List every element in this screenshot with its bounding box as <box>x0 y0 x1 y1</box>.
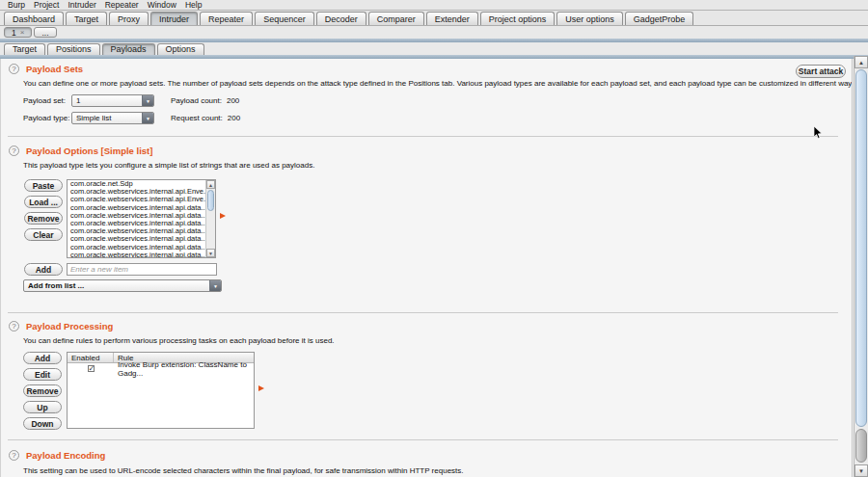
scroll-down-icon[interactable]: ▼ <box>206 249 215 257</box>
section-divider <box>8 439 838 440</box>
payload-list-item[interactable]: com.oracle.webservices.internal.api.Enve… <box>68 196 205 203</box>
payload-list-item[interactable]: com.oracle.webservices.internal.api.data… <box>68 244 205 252</box>
section-divider <box>8 136 838 137</box>
payload-type-label: Payload type: <box>23 114 71 122</box>
menu-item[interactable]: Help <box>181 0 205 10</box>
attack-tab-more[interactable]: ... <box>34 27 56 38</box>
section-divider <box>8 312 838 313</box>
enabled-column-header[interactable]: Enabled <box>68 353 114 362</box>
payload-list-button[interactable]: Clear <box>24 228 63 241</box>
payload-list-button[interactable]: Remove <box>24 212 63 225</box>
payload-set-value: 1 <box>76 96 80 105</box>
scrollbar-track-end <box>855 429 867 463</box>
processing-rule-button[interactable]: Up <box>23 401 62 413</box>
payload-list-item[interactable]: com.oracle.webservices.internal.api.data… <box>68 252 205 257</box>
scrollbar-thumb[interactable] <box>855 69 867 427</box>
main-tab[interactable]: Dashboard <box>4 12 64 25</box>
chevron-down-icon[interactable]: ▼ <box>142 113 153 123</box>
menu-item[interactable]: Intruder <box>64 0 99 10</box>
processing-rule-button[interactable]: Edit <box>23 368 62 381</box>
scrollbar-thumb[interactable] <box>207 190 214 211</box>
processing-rule-button[interactable]: Add <box>23 352 62 364</box>
payload-count-label: Payload count: <box>171 96 222 105</box>
payload-sets-header: ? Payload Sets <box>9 64 83 74</box>
main-tab-bar: DashboardTargetProxyIntruderRepeaterSequ… <box>0 11 868 26</box>
menu-item[interactable]: Project <box>30 0 63 10</box>
chevron-down-icon[interactable]: ▼ <box>142 95 153 106</box>
payloads-panel: Start attack ? Payload Sets You can defi… <box>0 59 853 477</box>
payload-list-item[interactable]: com.oracle.webservices.internal.api.data… <box>68 227 205 235</box>
help-icon[interactable]: ? <box>9 64 19 74</box>
orange-arrow-marker <box>220 213 226 219</box>
payload-type-value: Simple list <box>76 114 111 122</box>
menu-item[interactable]: Repeater <box>101 0 143 10</box>
help-icon[interactable]: ? <box>9 146 19 156</box>
request-count-value: 200 <box>228 114 240 122</box>
payload-type-select[interactable]: Simple list ▼ <box>71 112 154 124</box>
section-title: Payload Processing <box>26 321 113 331</box>
payload-list-item[interactable]: com.oracle.webservices.internal.api.data… <box>68 212 205 220</box>
intruder-sub-tab[interactable]: Positions <box>47 43 100 55</box>
chevron-down-icon[interactable]: ▼ <box>209 280 221 291</box>
scroll-down-icon[interactable]: ▼ <box>854 464 868 477</box>
main-tab[interactable]: Decoder <box>316 12 366 25</box>
attack-tab-1[interactable]: 1 × <box>4 27 32 38</box>
attack-tab-bar: 1 × ... <box>0 26 868 39</box>
payload-type-row: Payload type: Simple list ▼ Request coun… <box>23 112 240 124</box>
add-from-list-label: Add from list ... <box>28 281 84 290</box>
payload-list-item[interactable]: com.oracle.net.Sdp <box>68 180 205 188</box>
scroll-up-icon[interactable]: ▲ <box>854 56 868 68</box>
attack-tab-label: 1 <box>12 28 16 38</box>
payload-options-buttons: PasteLoad ...RemoveClear <box>24 179 63 241</box>
processing-rule-button[interactable]: Remove <box>23 384 62 397</box>
payload-list-item[interactable]: com.oracle.webservices.internal.api.data… <box>68 204 205 212</box>
menubar: BurpProjectIntruderRepeaterWindowHelp <box>0 0 868 11</box>
menu-item[interactable]: Window <box>144 0 180 10</box>
payload-set-select[interactable]: 1 ▼ <box>71 94 154 107</box>
payload-list-item[interactable]: com.oracle.webservices.internal.api.data… <box>68 220 205 227</box>
close-icon[interactable]: × <box>20 28 25 38</box>
intruder-sub-tab[interactable]: Payloads <box>102 43 155 55</box>
table-row[interactable]: Invoke Burp extension: ClassName to Gadg… <box>68 363 254 374</box>
main-tab[interactable]: Sequencer <box>255 12 314 25</box>
processing-buttons: AddEditRemoveUpDown <box>23 352 62 430</box>
payload-list-item[interactable]: com.oracle.webservices.internal.api.Enve… <box>68 188 205 196</box>
main-tab[interactable]: User options <box>556 12 623 25</box>
main-tab[interactable]: Intruder <box>150 12 198 25</box>
main-tab[interactable]: Proxy <box>109 12 149 25</box>
table-body: Invoke Burp extension: ClassName to Gadg… <box>68 363 254 374</box>
request-count-label: Request count: <box>171 114 223 122</box>
main-scrollbar[interactable]: ▲ ▼ <box>854 56 868 477</box>
payload-encoding-header: ? Payload Encoding <box>9 450 105 461</box>
payload-encoding-description: This setting can be used to URL-encode s… <box>23 466 464 475</box>
main-tab[interactable]: GadgetProbe <box>625 12 694 25</box>
new-item-input[interactable] <box>67 263 217 276</box>
payload-options-header: ? Payload Options [Simple list] <box>9 146 152 156</box>
main-tab[interactable]: Repeater <box>200 12 253 25</box>
mouse-cursor <box>814 126 823 139</box>
help-icon[interactable]: ? <box>9 450 19 461</box>
payload-list-scrollbar[interactable]: ▲ ▼ <box>205 180 215 257</box>
add-from-list-select[interactable]: Add from list ... ▼ <box>23 279 222 292</box>
enabled-checkbox[interactable] <box>88 365 95 372</box>
menu-item[interactable]: Burp <box>4 0 29 10</box>
main-tab[interactable]: Extender <box>426 12 478 25</box>
processing-rule-button[interactable]: Down <box>23 417 62 430</box>
payload-count-value: 200 <box>227 96 239 105</box>
orange-arrow-marker <box>258 385 264 391</box>
main-tab[interactable]: Target <box>66 12 107 25</box>
start-attack-button[interactable]: Start attack <box>796 65 846 78</box>
payload-list-button[interactable]: Paste <box>24 179 63 192</box>
add-payload-button[interactable]: Add <box>24 263 63 276</box>
intruder-sub-tab[interactable]: Target <box>4 43 45 55</box>
payload-list-button[interactable]: Load ... <box>24 196 63 208</box>
main-tab[interactable]: Project options <box>480 12 556 25</box>
payload-list[interactable]: com.oracle.net.Sdpcom.oracle.webservices… <box>67 179 216 258</box>
help-icon[interactable]: ? <box>9 321 19 331</box>
payload-list-item[interactable]: com.oracle.webservices.internal.api.data… <box>68 235 205 243</box>
scroll-up-icon[interactable]: ▲ <box>206 180 215 189</box>
processing-rules-table[interactable]: Enabled Rule Invoke Burp extension: Clas… <box>67 352 255 429</box>
main-tab[interactable]: Comparer <box>368 12 424 25</box>
intruder-sub-tab[interactable]: Options <box>157 43 204 55</box>
section-title: Payload Options [Simple list] <box>26 146 152 156</box>
